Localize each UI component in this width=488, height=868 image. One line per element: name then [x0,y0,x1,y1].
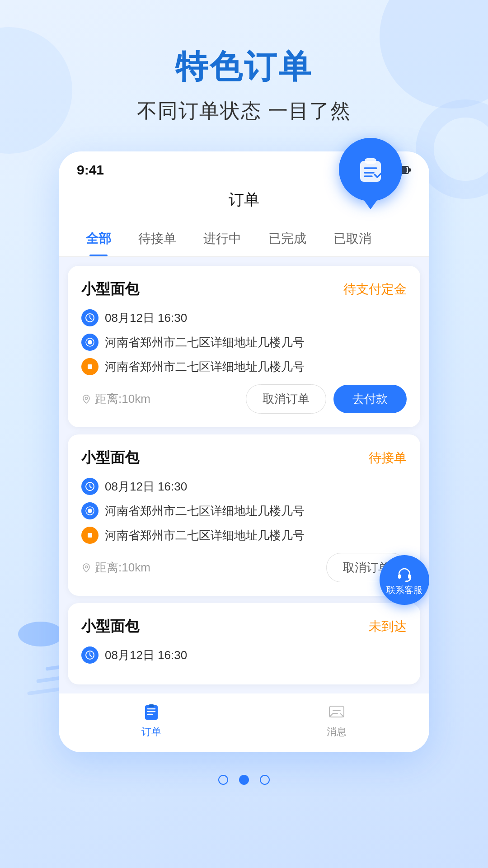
tab-pending-accept[interactable]: 待接单 [125,221,190,256]
order-2-status: 待接单 [369,449,407,467]
svg-point-6 [88,340,92,344]
order-1-dest-row: 河南省郑州市二七区详细地址几楼几号 [81,358,407,375]
dest-icon-2 [85,530,95,540]
origin-icon-circle-2 [81,502,99,519]
dot-3[interactable] [260,775,270,785]
location-pin-icon-1 [81,394,91,404]
page-main-title: 特色订单 [0,45,488,89]
order-1-datetime-row: 08月12日 16:30 [81,309,407,326]
svg-rect-8 [88,364,92,369]
svg-rect-0 [360,161,381,182]
order-2-footer: 距离:10km 取消订单 [81,553,407,582]
order-2-origin: 河南省郑州市二七区详细地址几楼几号 [105,503,305,519]
support-label: 联系客服 [386,584,422,596]
clock-icon-1 [85,313,95,323]
nav-orders-label: 订单 [141,725,161,739]
nav-orders[interactable]: 订单 [141,703,161,739]
dot-1[interactable] [218,775,228,785]
svg-rect-16 [398,574,401,579]
order-1-header: 小型面包 待支付定金 [81,279,407,299]
order-2-name: 小型面包 [81,448,139,468]
clock-icon-circle-2 [81,478,99,495]
headset-icon [394,564,414,584]
order-2-dest-row: 河南省郑州市二七区详细地址几楼几号 [81,527,407,544]
messages-nav-icon [327,703,347,722]
order-1-status: 待支付定金 [343,281,407,298]
orders-nav-icon [141,703,161,722]
svg-point-18 [405,580,407,582]
svg-point-14 [85,566,88,568]
order-1-footer: 距离:10km 取消订单 去付款 [81,384,407,414]
header-section: 特色订单 不同订单状态 一目了然 [0,0,488,124]
dest-icon-circle-2 [81,527,99,544]
order-2-origin-row: 河南省郑州市二七区详细地址几楼几号 [81,502,407,519]
tab-all[interactable]: 全部 [72,221,125,256]
svg-point-15 [395,565,413,583]
svg-rect-20 [145,705,158,720]
svg-rect-4 [409,168,411,172]
dest-icon-1 [85,362,95,372]
location-pin-icon-2 [81,563,91,573]
order-tabs[interactable]: 全部 待接单 进行中 已完成 已取消 [59,221,429,257]
pagination-dots [0,752,488,812]
svg-rect-13 [88,533,92,538]
phone-mockup: 9:41 订单 全部 [59,151,429,752]
order-3-name: 小型面包 [81,617,139,637]
order-2-dest: 河南省郑州市二七区详细地址几楼几号 [105,528,305,543]
status-time: 9:41 [77,162,104,178]
clock-icon-circle-3 [81,646,99,664]
order-3-datetime-row: 08月12日 16:30 [81,646,407,664]
nav-messages[interactable]: 消息 [327,703,347,739]
order-3-datetime: 08月12日 16:30 [105,647,187,663]
origin-icon-2 [85,506,95,516]
tab-completed[interactable]: 已完成 [255,221,320,256]
order-card-3: 小型面包 未到达 08月12日 16:30 [68,603,420,684]
clock-icon-circle-1 [81,309,99,326]
dest-icon-circle-1 [81,358,99,375]
origin-icon-1 [85,337,95,347]
order-card-2: 小型面包 待接单 08月12日 16:30 [68,434,420,596]
dot-2[interactable] [239,775,249,785]
order-card-1: 小型面包 待支付定金 08月12日 16:30 [68,266,420,427]
tab-cancelled[interactable]: 已取消 [320,221,385,256]
svg-point-9 [85,397,88,399]
order-2-datetime: 08月12日 16:30 [105,479,187,495]
nav-messages-label: 消息 [327,725,347,739]
phone-screen: 9:41 订单 全部 [59,151,429,752]
bottom-navigation[interactable]: 订单 消息 [59,693,429,752]
svg-rect-1 [365,158,376,164]
order-3-header: 小型面包 未到达 [81,617,407,637]
order-3-status: 未到达 [369,618,407,635]
clock-icon-2 [85,481,95,491]
origin-icon-circle-1 [81,334,99,351]
order-1-name: 小型面包 [81,279,139,299]
clock-icon-3 [85,650,95,660]
order-2-datetime-row: 08月12日 16:30 [81,478,407,495]
pay-btn-1[interactable]: 去付款 [333,385,407,413]
page-main-subtitle: 不同订单状态 一目了然 [0,98,488,124]
order-1-distance: 距离:10km [81,391,150,407]
tab-in-progress[interactable]: 进行中 [190,221,255,256]
order-1-datetime: 08月12日 16:30 [105,310,187,326]
cancel-order-btn-1[interactable]: 取消订单 [246,384,326,414]
clipboard-icon [355,154,386,185]
order-2-header: 小型面包 待接单 [81,448,407,468]
float-icon-bubble [339,138,402,201]
order-1-actions[interactable]: 取消订单 去付款 [246,384,407,414]
order-2-distance: 距离:10km [81,560,150,576]
support-button[interactable]: 联系客服 [380,555,429,605]
order-1-origin: 河南省郑州市二七区详细地址几楼几号 [105,335,305,350]
order-1-origin-row: 河南省郑州市二七区详细地址几楼几号 [81,334,407,351]
svg-rect-21 [149,704,154,707]
bg-decor-oval [18,622,63,646]
order-1-dest: 河南省郑州市二七区详细地址几楼几号 [105,359,305,375]
orders-list: 小型面包 待支付定金 08月12日 16:30 [59,257,429,693]
svg-point-11 [88,509,92,513]
